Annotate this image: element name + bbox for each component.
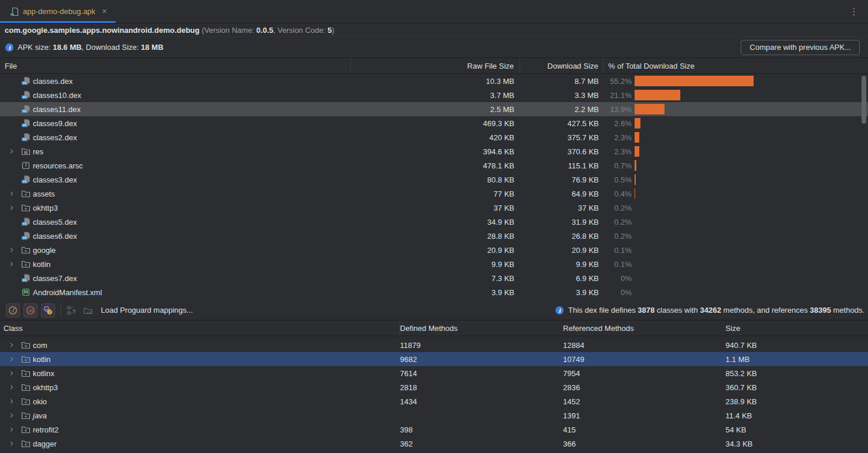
column-header-download-size[interactable]: Download Size bbox=[520, 58, 603, 73]
tab-apk[interactable]: app-demo-debug.apk ✕ bbox=[0, 0, 116, 23]
deobfuscate-names-icon[interactable]: a.b bbox=[82, 305, 94, 316]
load-proguard-mappings-button[interactable]: Load Proguard mappings... bbox=[101, 306, 193, 315]
referenced-methods: 12884 bbox=[563, 341, 725, 350]
chevron-right-icon[interactable] bbox=[8, 370, 21, 377]
class-row[interactable]: kotlinx76147954853.2 KB bbox=[0, 366, 868, 380]
manifest-icon: M bbox=[21, 288, 30, 297]
file-row[interactable]: res394.6 KB370.6 KB2.3% bbox=[0, 144, 868, 158]
download-pct: 2.3% bbox=[603, 133, 632, 142]
file-name: classes2.dex bbox=[33, 133, 77, 142]
folder-icon bbox=[21, 369, 30, 378]
raw-file-size: 77 KB bbox=[351, 190, 520, 198]
version-suffix: ) bbox=[332, 26, 334, 35]
raw-file-size: 20.9 KB bbox=[351, 246, 520, 255]
show-methods-toggle[interactable]: m bbox=[23, 303, 38, 317]
download-pct-bar bbox=[635, 160, 636, 171]
show-all-classes-toggle[interactable]: mf bbox=[41, 303, 55, 317]
chevron-right-icon[interactable] bbox=[8, 440, 21, 447]
file-row[interactable]: 01classes3.dex80.8 KB76.9 KB0.5% bbox=[0, 173, 868, 187]
download-size: 64.9 KB bbox=[520, 190, 603, 198]
column-header-file[interactable]: File bbox=[0, 58, 351, 73]
file-name: classes3.dex bbox=[33, 175, 77, 184]
compare-previous-apk-button[interactable]: Compare with previous APK... bbox=[741, 40, 860, 55]
defined-methods: 9682 bbox=[400, 355, 563, 364]
file-row[interactable]: assets77 KB64.9 KB0.4% bbox=[0, 187, 868, 201]
folder-icon bbox=[21, 383, 30, 392]
download-size: 37 KB bbox=[520, 204, 603, 212]
chevron-right-icon[interactable] bbox=[8, 426, 21, 433]
chevron-right-icon[interactable] bbox=[8, 398, 21, 405]
vertical-scrollbar[interactable] bbox=[862, 76, 866, 124]
file-name: okhttp3 bbox=[33, 204, 58, 212]
class-row[interactable]: com1187912884940.7 KB bbox=[0, 338, 868, 352]
file-row[interactable]: okhttp337 KB37 KB0.2% bbox=[0, 201, 868, 215]
class-row[interactable]: java139111.4 KB bbox=[0, 408, 868, 422]
file-row[interactable]: google20.9 KB20.9 KB0.1% bbox=[0, 243, 868, 257]
chevron-right-icon[interactable] bbox=[8, 356, 21, 363]
download-pct: 0.2% bbox=[603, 204, 632, 212]
referenced-methods: 415 bbox=[563, 425, 725, 434]
file-row[interactable]: 01classes5.dex34.9 KB31.9 KB0.2% bbox=[0, 215, 868, 229]
svg-text:01: 01 bbox=[23, 96, 27, 99]
chevron-right-icon[interactable] bbox=[8, 261, 21, 268]
file-name-cell: ?resources.arsc bbox=[0, 161, 351, 170]
class-row[interactable]: dagger36236634.3 KB bbox=[0, 437, 868, 451]
download-size: 3.9 KB bbox=[520, 288, 603, 297]
tab-close-icon[interactable]: ✕ bbox=[102, 8, 107, 15]
download-pct: 2.6% bbox=[603, 119, 632, 128]
file-row[interactable]: 01classes6.dex28.8 KB26.8 KB0.2% bbox=[0, 229, 868, 243]
svg-text:01: 01 bbox=[23, 279, 27, 282]
version-prefix: (Version Name: bbox=[199, 26, 256, 35]
file-row[interactable]: 01classes7.dex7.3 KB6.9 KB0% bbox=[0, 271, 868, 285]
chevron-right-icon[interactable] bbox=[8, 246, 21, 253]
file-row[interactable]: 01classes9.dex469.3 KB427.5 KB2.6% bbox=[0, 116, 868, 130]
class-row[interactable]: okhttp328182836360.7 KB bbox=[0, 380, 868, 394]
editor-tab-bar: app-demo-debug.apk ✕ ⋮ bbox=[0, 0, 868, 23]
file-name: kotlin bbox=[33, 260, 50, 269]
class-row[interactable]: okio14341452238.9 KB bbox=[0, 394, 868, 408]
file-row[interactable]: ?resources.arsc478.1 KB115.1 KB0.7% bbox=[0, 158, 868, 173]
chevron-right-icon[interactable] bbox=[8, 412, 21, 419]
package-size: 238.9 KB bbox=[725, 397, 868, 406]
file-name: resources.arsc bbox=[33, 161, 83, 170]
file-row[interactable]: 01classes11.dex2.5 MB2.2 MB13.9% bbox=[0, 102, 868, 116]
file-name: AndroidManifest.xml bbox=[33, 288, 102, 297]
svg-text:f: f bbox=[12, 307, 15, 313]
class-row[interactable]: retrofit239841554 KB bbox=[0, 422, 868, 437]
download-pct-bar bbox=[635, 146, 639, 157]
download-pct: 0.5% bbox=[603, 175, 632, 184]
referenced-methods: 366 bbox=[563, 440, 725, 448]
file-row[interactable]: 01classes2.dex420 KB375.7 KB2.3% bbox=[0, 130, 868, 144]
package-size: 1.1 MB bbox=[725, 355, 868, 364]
file-row[interactable]: 01classes10.dex3.7 MB3.3 MB21.1% bbox=[0, 88, 868, 102]
download-size: 2.2 MB bbox=[520, 105, 603, 114]
column-header-size[interactable]: Size bbox=[725, 324, 868, 333]
chevron-right-icon[interactable] bbox=[8, 148, 21, 155]
kebab-menu-icon[interactable]: ⋮ bbox=[840, 0, 868, 23]
chevron-right-icon[interactable] bbox=[8, 204, 21, 211]
chevron-right-icon[interactable] bbox=[8, 384, 21, 391]
column-header-class[interactable]: Class bbox=[0, 320, 400, 336]
show-fields-toggle[interactable]: f bbox=[6, 303, 20, 317]
chevron-right-icon[interactable] bbox=[8, 190, 21, 197]
class-row[interactable]: kotlin9682107491.1 MB bbox=[0, 352, 868, 366]
file-row[interactable]: MAndroidManifest.xml3.9 KB3.9 KB0% bbox=[0, 285, 868, 299]
column-header-raw-file-size[interactable]: Raw File Size bbox=[351, 58, 520, 73]
version-code: 5 bbox=[328, 26, 332, 35]
defined-methods: 1434 bbox=[400, 397, 563, 406]
chevron-right-icon[interactable] bbox=[8, 342, 21, 349]
package-name: java bbox=[33, 411, 47, 420]
column-header-defined-methods[interactable]: Defined Methods bbox=[400, 324, 563, 333]
column-header-pct-of-total[interactable]: % of Total Download Size bbox=[603, 58, 868, 73]
dex-icon: 01 bbox=[21, 90, 30, 100]
defined-methods: 362 bbox=[400, 440, 563, 448]
download-pct: 0.4% bbox=[603, 190, 632, 198]
file-name: classes.dex bbox=[33, 77, 73, 86]
file-row[interactable]: 01classes.dex10.3 MB8.7 MB55.2% bbox=[0, 74, 868, 88]
svg-text:m: m bbox=[28, 307, 33, 313]
column-header-referenced-methods[interactable]: Referenced Methods bbox=[563, 324, 725, 333]
file-name-cell: google bbox=[0, 245, 351, 255]
tree-expand-icon[interactable] bbox=[66, 305, 77, 316]
file-row[interactable]: kotlin9.9 KB9.9 KB0.1% bbox=[0, 257, 868, 271]
package-size: 360.7 KB bbox=[725, 383, 868, 392]
